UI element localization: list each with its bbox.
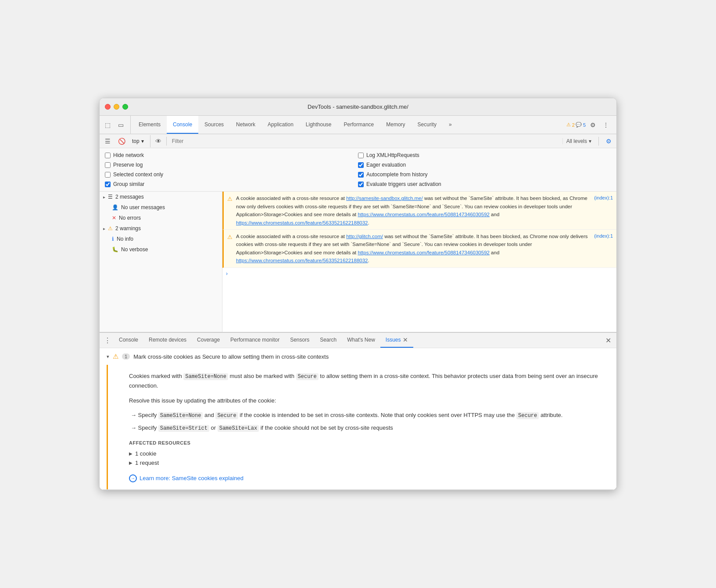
group-similar-label: Group similar	[113, 181, 144, 187]
sidebar-item-verbose[interactable]: 🐛 No verbose	[100, 244, 222, 255]
sidebar-verbose-label: No verbose	[121, 246, 148, 253]
sidebar-item-user-messages[interactable]: 👤 No user messages	[100, 202, 222, 213]
code-secure-2: Secure	[215, 412, 238, 419]
selected-context-checkbox[interactable]	[105, 172, 111, 178]
info-badge[interactable]: 💬 5	[576, 122, 586, 128]
tab-application[interactable]: Application	[261, 116, 300, 134]
levels-selector[interactable]: All levels ▾	[562, 138, 595, 144]
code-samesite-strict: SameSite=Strict	[158, 425, 209, 432]
tab-security[interactable]: Security	[412, 116, 443, 134]
affected-cookie[interactable]: ▶ 1 cookie	[129, 449, 606, 458]
cookie-url-1[interactable]: http://samesite-sandbox.glitch.me/	[346, 196, 423, 201]
bottom-tab-more-icon[interactable]: ⋮	[101, 333, 114, 348]
hide-network-checkbox[interactable]	[105, 153, 111, 158]
code-secure-1: Secure	[296, 373, 319, 380]
message-source-1[interactable]: (index):1	[594, 194, 613, 202]
console-section: ☰ 🚫 top ▾ 👁 All levels ▾ ⚙	[100, 134, 616, 332]
inspect-icon[interactable]: ⬚	[101, 119, 114, 131]
console-settings-icon[interactable]: ⚙	[602, 135, 615, 147]
tab-elements[interactable]: Elements	[132, 116, 167, 134]
sidebar-item-warnings[interactable]: ▸ ⚠ 2 warnings	[100, 223, 222, 234]
evaluate-triggers-checkbox[interactable]	[358, 182, 364, 187]
maximize-button[interactable]	[122, 104, 128, 110]
bottom-tab-bar: ⋮ Console Remote devices Coverage Perfor…	[100, 332, 616, 348]
autocomplete-history-checkbox[interactable]	[358, 172, 364, 178]
issue-header-1[interactable]: ▾ ⚠ 1 Mark cross-site cookies as Secure …	[100, 348, 616, 365]
clear-console-icon[interactable]: 🚫	[115, 135, 128, 147]
close-button[interactable]	[105, 104, 111, 110]
evaluate-triggers-label: Evaluate triggers user activation	[366, 181, 441, 187]
bottom-tab-console[interactable]: Console	[114, 333, 143, 348]
issue-bullet-1: → Specify SameSite=None and Secure if th…	[129, 411, 606, 420]
bottom-tab-coverage[interactable]: Coverage	[192, 333, 225, 348]
option-autocomplete-history: Autocomplete from history	[358, 170, 611, 179]
bottom-tab-search[interactable]: Search	[315, 333, 342, 348]
tab-more[interactable]: »	[443, 116, 458, 134]
more-options-button[interactable]: ⋮	[600, 119, 612, 131]
bottom-tab-sensors[interactable]: Sensors	[285, 333, 315, 348]
tab-network[interactable]: Network	[230, 116, 261, 134]
issue-count-badge: 1	[122, 353, 130, 360]
learn-more-icon: →	[129, 474, 137, 482]
bottom-tab-whats-new[interactable]: What's New	[342, 333, 380, 348]
affected-request-label: 1 request	[135, 460, 159, 466]
console-warning-1: ⚠ A cookie associated with a cross-site …	[222, 192, 616, 230]
info-count: 5	[583, 122, 586, 128]
tab-sources[interactable]: Sources	[198, 116, 230, 134]
sidebar-warnings-label: 2 warnings	[115, 225, 141, 232]
group-similar-checkbox[interactable]	[105, 182, 111, 187]
minimize-button[interactable]	[114, 104, 119, 110]
traffic-lights	[105, 104, 128, 110]
chat-icon: 💬	[576, 122, 582, 128]
tab-console[interactable]: Console	[167, 116, 198, 134]
sidebar-user-messages-label: No user messages	[121, 204, 165, 210]
tab-performance[interactable]: Performance	[338, 116, 380, 134]
affected-request[interactable]: ▶ 1 request	[129, 458, 606, 467]
issue-description: Cookies marked with SameSite=None must a…	[129, 372, 606, 390]
prompt-arrow-icon: ›	[226, 271, 228, 277]
tab-memory[interactable]: Memory	[380, 116, 411, 134]
console-toolbar-left: ☰ 🚫 top ▾	[101, 135, 150, 147]
tab-bar-icons: ⬚ ▭	[101, 116, 131, 134]
console-messages: ⚠ A cookie associated with a cross-site …	[222, 192, 616, 332]
bottom-tab-performance-monitor[interactable]: Performance monitor	[225, 333, 285, 348]
console-sidebar: ▸ ☰ 2 messages 👤 No user messages ✕ No e…	[100, 192, 222, 332]
console-warning-2: ⚠ A cookie associated with a cross-site …	[222, 230, 616, 268]
sidebar-messages-label: 2 messages	[115, 194, 144, 200]
learn-more-link[interactable]: → Learn more: SameSite cookies explained	[129, 474, 606, 482]
bottom-tab-issues[interactable]: Issues ✕	[380, 333, 413, 348]
chromestatus-url-1a[interactable]: https://www.chromestatus.com/feature/508…	[358, 212, 489, 217]
console-main: ▸ ☰ 2 messages 👤 No user messages ✕ No e…	[100, 192, 616, 332]
sidebar-item-errors[interactable]: ✕ No errors	[100, 213, 222, 223]
cookie-expand-icon: ▶	[129, 451, 132, 456]
message-source-2[interactable]: (index):1	[594, 232, 613, 240]
chromestatus-url-2b[interactable]: https://www.chromestatus.com/feature/563…	[236, 258, 368, 263]
chromestatus-url-1b[interactable]: https://www.chromestatus.com/feature/563…	[236, 220, 368, 225]
warning-icon-2: ⚠	[227, 233, 233, 242]
log-xmlhttp-checkbox[interactable]	[358, 153, 364, 158]
sidebar-item-messages[interactable]: ▸ ☰ 2 messages	[100, 192, 222, 202]
sidebar-item-info[interactable]: ℹ No info	[100, 234, 222, 244]
verbose-icon: 🐛	[112, 246, 118, 253]
preserve-log-checkbox[interactable]	[105, 162, 111, 168]
warning-badge[interactable]: ⚠ 2	[566, 122, 575, 128]
eye-icon[interactable]: 👁	[152, 135, 165, 147]
bottom-close-all-icon[interactable]: ✕	[602, 333, 615, 348]
bottom-tab-remote-devices[interactable]: Remote devices	[143, 333, 192, 348]
filter-input[interactable]	[172, 138, 557, 144]
cookie-url-2[interactable]: http://glitch.com/	[346, 234, 383, 239]
eager-eval-checkbox[interactable]	[358, 162, 364, 168]
option-hide-network: Hide network	[105, 151, 358, 160]
issues-close-icon[interactable]: ✕	[403, 336, 408, 343]
console-message-text-2: A cookie associated with a cross-site re…	[236, 232, 591, 265]
issues-tab-label: Issues	[386, 337, 401, 343]
console-sidebar-icon[interactable]: ☰	[101, 135, 114, 147]
context-selector[interactable]: top ▾	[129, 137, 147, 145]
tab-lighthouse[interactable]: Lighthouse	[300, 116, 338, 134]
device-icon[interactable]: ▭	[115, 119, 127, 131]
issues-panel: ▾ ⚠ 1 Mark cross-site cookies as Secure …	[100, 348, 616, 489]
chromestatus-url-2a[interactable]: https://www.chromestatus.com/feature/508…	[358, 250, 489, 255]
autocomplete-history-label: Autocomplete from history	[366, 171, 427, 178]
log-xmlhttp-label: Log XMLHttpRequests	[366, 152, 419, 158]
settings-button[interactable]: ⚙	[587, 119, 599, 131]
